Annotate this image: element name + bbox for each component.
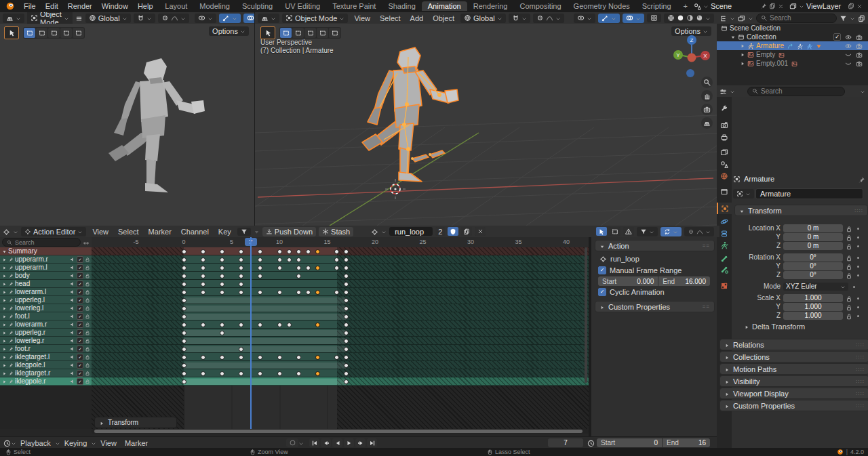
keyframe[interactable] xyxy=(182,306,186,311)
key-row-lowerleg-l[interactable] xyxy=(92,304,589,312)
channel-label[interactable]: lowerarm.l xyxy=(15,288,68,295)
select-mode-1[interactable] xyxy=(292,28,304,38)
keyframe[interactable] xyxy=(201,323,205,327)
key-row-upperleg-r[interactable] xyxy=(92,329,589,337)
viewport-camera-view-button[interactable] xyxy=(701,104,713,115)
key-row-iklegtarget-l[interactable] xyxy=(92,353,589,361)
overlays-toggle[interactable] xyxy=(243,14,255,23)
outliner-item-label[interactable]: Armature xyxy=(756,42,784,49)
workspace-tab-layout[interactable]: Layout xyxy=(159,1,193,11)
mode-dropdown[interactable]: Object Mode xyxy=(282,14,348,23)
keyframe[interactable] xyxy=(315,371,320,376)
next-keyframe-button[interactable] xyxy=(355,438,366,447)
channel-filter-button[interactable] xyxy=(237,228,251,236)
channel-lock-toggle[interactable] xyxy=(85,255,90,263)
channel-lock-toggle[interactable] xyxy=(85,320,90,328)
properties-tab-camback[interactable] xyxy=(717,119,732,131)
keyframe[interactable] xyxy=(334,266,339,270)
keyframe[interactable] xyxy=(182,355,186,360)
viewport-pan-button[interactable] xyxy=(701,90,713,102)
transform-panel-header[interactable]: Transform:::: xyxy=(734,205,868,216)
transform-rotation-x-field[interactable]: 0° xyxy=(783,253,843,262)
key-row-iklegpole-r[interactable] xyxy=(92,377,589,386)
channel-enable-checkbox[interactable]: ✓ xyxy=(77,346,83,352)
channel-lowerarm-l[interactable]: lowerarm.l✓ xyxy=(0,288,92,296)
select-mode-2[interactable] xyxy=(304,28,316,38)
horizontal-scrollbar[interactable] xyxy=(92,429,589,434)
properties-tab-printer[interactable] xyxy=(717,131,732,143)
channel-enable-checkbox[interactable]: ✓ xyxy=(77,264,83,271)
orientation-dropdown[interactable]: Global xyxy=(85,14,131,23)
collapsed-menus-button[interactable] xyxy=(75,14,83,22)
keyframe[interactable] xyxy=(296,371,301,376)
manual-frame-range-row[interactable]: ✓Manual Frame Range xyxy=(598,266,682,274)
channel-upperarm-l[interactable]: upperarm.l✓ xyxy=(0,264,92,272)
transform-y-field[interactable]: 0 m xyxy=(783,233,843,241)
channel-lock-toggle[interactable] xyxy=(85,337,90,344)
select-mode-0[interactable] xyxy=(280,28,292,38)
mute-toggle[interactable] xyxy=(70,377,75,385)
keyframe[interactable] xyxy=(239,323,243,327)
viewport-toggle-ortho-button[interactable] xyxy=(701,117,713,129)
channel-upperarm-r[interactable]: upperarm.r✓ xyxy=(0,255,92,264)
keyframe[interactable] xyxy=(239,371,243,376)
keyframe[interactable] xyxy=(277,323,282,327)
keyframe[interactable] xyxy=(239,290,243,295)
animate-decorator[interactable] xyxy=(855,262,861,270)
channel-foot-l[interactable]: foot.l✓ xyxy=(0,312,92,320)
channel-label[interactable]: Summary xyxy=(8,247,92,255)
channel-label[interactable]: iklegpole.r xyxy=(15,377,68,385)
play-button[interactable] xyxy=(344,438,354,447)
keyframe[interactable] xyxy=(258,323,262,327)
channel-label[interactable]: lowerleg.r xyxy=(15,337,68,344)
channel-lock-toggle[interactable] xyxy=(85,353,90,360)
keyframe[interactable] xyxy=(220,331,224,335)
keyframe[interactable] xyxy=(239,257,243,262)
outliner-row-empty-001[interactable]: Empty.001 xyxy=(717,59,868,68)
navigation-gizmo[interactable]: ZYX xyxy=(673,33,711,80)
proportional-edit-toggle[interactable] xyxy=(533,14,564,23)
keyframe[interactable] xyxy=(344,249,349,254)
select-mode-3[interactable] xyxy=(317,28,328,38)
hide-toggle-off[interactable] xyxy=(845,51,852,58)
key-row-lowerarm-r[interactable] xyxy=(92,320,589,329)
menu-window[interactable]: Window xyxy=(97,2,133,10)
snap-toggle[interactable] xyxy=(509,14,530,23)
keyframe[interactable] xyxy=(344,290,349,295)
keyframe[interactable] xyxy=(344,274,349,278)
keyframe[interactable] xyxy=(182,282,186,287)
action-users-button[interactable]: 2 xyxy=(435,227,445,236)
keyframe[interactable] xyxy=(182,331,186,335)
mute-toggle[interactable] xyxy=(70,320,75,328)
channel-enable-checkbox[interactable]: ✓ xyxy=(77,297,83,304)
dope-menu-channel[interactable]: Channel xyxy=(178,228,212,236)
keyframe[interactable] xyxy=(315,323,320,327)
dope-menu-marker[interactable]: Marker xyxy=(145,228,175,236)
shading-modes[interactable] xyxy=(664,14,714,23)
channel-label[interactable]: upperleg.r xyxy=(15,329,68,336)
action-name-field[interactable]: run_loop xyxy=(389,227,433,236)
proportional-edit-dropdown[interactable] xyxy=(684,227,714,236)
keyframe[interactable] xyxy=(344,323,349,327)
mute-toggle[interactable] xyxy=(70,288,75,295)
channel-pin-icon[interactable] xyxy=(8,377,14,385)
channel-upperleg-r[interactable]: upperleg.r✓ xyxy=(0,329,92,337)
channel-label[interactable]: upperleg.l xyxy=(15,296,68,304)
outliner-item-label[interactable]: Empty.001 xyxy=(756,60,788,67)
channel-enable-checkbox[interactable]: ✓ xyxy=(77,362,83,369)
new-collection-button[interactable] xyxy=(858,14,865,22)
action-panel-header[interactable]: Action== xyxy=(595,240,715,251)
panel-relations[interactable]: Relations:::: xyxy=(719,339,868,350)
mute-toggle[interactable] xyxy=(70,353,75,360)
workspace-tab-rendering[interactable]: Rendering xyxy=(467,1,514,11)
animate-decorator[interactable] xyxy=(855,271,861,279)
editor-type-button[interactable] xyxy=(719,14,727,22)
keyframe[interactable] xyxy=(306,249,311,254)
properties-tab-objc[interactable] xyxy=(717,203,732,214)
animate-decorator[interactable] xyxy=(851,283,857,291)
channel-lock-toggle[interactable] xyxy=(85,361,90,369)
dope-menu-select[interactable]: Select xyxy=(115,228,142,236)
workspace-tab-texture-paint[interactable]: Texture Paint xyxy=(326,1,382,11)
action-name-label[interactable]: run_loop xyxy=(610,255,639,263)
channel-iklegpole-l[interactable]: iklegpole.l✓ xyxy=(0,361,92,369)
